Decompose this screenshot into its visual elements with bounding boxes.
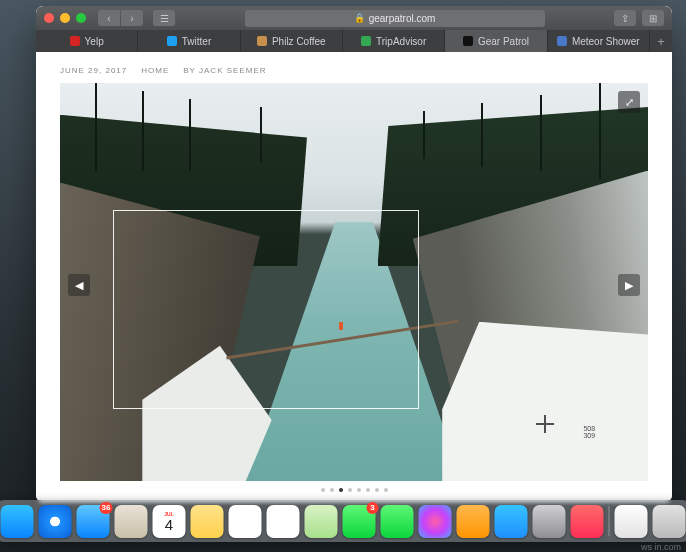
- dock-contacts-icon[interactable]: [115, 505, 148, 538]
- dock-photos-icon[interactable]: [267, 505, 300, 538]
- dock-calendar-icon[interactable]: JUL4: [153, 505, 186, 538]
- tab-favicon-icon: [167, 36, 177, 46]
- tab-favicon-icon: [257, 36, 267, 46]
- article-author[interactable]: JACK SEEMER: [199, 66, 266, 75]
- toolbar-right: ⇪ ⊞: [614, 10, 664, 26]
- badge: 3: [367, 502, 379, 514]
- dock-appstore-icon[interactable]: [495, 505, 528, 538]
- gallery-prev-button[interactable]: ◀: [68, 274, 90, 296]
- page-content: JUNE 29, 2017 HOME By JACK SEEMER ⤢ ◀ ▶: [36, 52, 672, 502]
- sidebar-toggle-button[interactable]: ☰: [153, 10, 175, 26]
- pagination-dot[interactable]: [366, 488, 370, 492]
- tab-gear-patrol[interactable]: Gear Patrol: [445, 30, 547, 52]
- pagination-dot[interactable]: [384, 488, 388, 492]
- address-text: gearpatrol.com: [369, 13, 436, 24]
- tab-label: Gear Patrol: [478, 36, 529, 47]
- dock-notes-icon[interactable]: [191, 505, 224, 538]
- address-bar[interactable]: 🔒 gearpatrol.com: [245, 10, 545, 27]
- tab-favicon-icon: [361, 36, 371, 46]
- minimize-window-button[interactable]: [60, 13, 70, 23]
- tab-meteor-shower[interactable]: Meteor Shower: [548, 30, 650, 52]
- tab-label: Meteor Shower: [572, 36, 640, 47]
- tab-philz-coffee[interactable]: Philz Coffee: [241, 30, 343, 52]
- tab-favicon-icon: [70, 36, 80, 46]
- dock-maps-icon[interactable]: [305, 505, 338, 538]
- dock-safari-icon[interactable]: [39, 505, 72, 538]
- screenshot-cursor-coords: 508 309: [583, 425, 595, 439]
- dock-divider: [609, 506, 610, 536]
- dock-trash-icon[interactable]: [653, 505, 686, 538]
- gallery-pagination: [60, 488, 648, 492]
- close-window-button[interactable]: [44, 13, 54, 23]
- pagination-dot[interactable]: [375, 488, 379, 492]
- article-byline: By JACK SEEMER: [183, 66, 266, 75]
- screenshot-crosshair-icon: [536, 415, 554, 433]
- dock-facetime-icon[interactable]: [381, 505, 414, 538]
- gallery-next-button[interactable]: ▶: [618, 274, 640, 296]
- article-date: JUNE 29, 2017: [60, 66, 127, 75]
- dock-finder-icon[interactable]: [1, 505, 34, 538]
- dock-news-icon[interactable]: [571, 505, 604, 538]
- back-button[interactable]: ‹: [98, 10, 120, 26]
- dock-preferences-icon[interactable]: [533, 505, 566, 538]
- safari-window: ‹ › ☰ 🔒 gearpatrol.com ⇪ ⊞ YelpTwitterPh…: [36, 6, 672, 502]
- dock-ibooks-icon[interactable]: [457, 505, 490, 538]
- hero-snow-right: [442, 322, 648, 481]
- dock: 36JUL43: [0, 500, 686, 542]
- tab-yelp[interactable]: Yelp: [36, 30, 138, 52]
- tab-twitter[interactable]: Twitter: [138, 30, 240, 52]
- tab-label: Yelp: [85, 36, 104, 47]
- tab-bar: YelpTwitterPhilz CoffeeTripAdvisorGear P…: [36, 30, 672, 52]
- hero-gallery: ⤢ ◀ ▶ 508 309: [60, 83, 648, 481]
- gallery-expand-button[interactable]: ⤢: [618, 91, 640, 113]
- pagination-dot[interactable]: [321, 488, 325, 492]
- article-category[interactable]: HOME: [141, 66, 169, 75]
- pagination-dot[interactable]: [348, 488, 352, 492]
- screenshot-selection-box[interactable]: [113, 210, 419, 409]
- dock-mail-icon[interactable]: 36: [77, 505, 110, 538]
- pagination-dot[interactable]: [330, 488, 334, 492]
- dock-messages-icon[interactable]: 3: [343, 505, 376, 538]
- tab-favicon-icon: [463, 36, 473, 46]
- badge: 36: [100, 502, 113, 514]
- pagination-dot[interactable]: [357, 488, 361, 492]
- tab-favicon-icon: [557, 36, 567, 46]
- tabs-overview-button[interactable]: ⊞: [642, 10, 664, 26]
- tab-label: Philz Coffee: [272, 36, 326, 47]
- address-bar-wrap: 🔒 gearpatrol.com: [181, 10, 608, 27]
- dock-document-icon[interactable]: [615, 505, 648, 538]
- forward-button[interactable]: ›: [121, 10, 143, 26]
- pagination-dot[interactable]: [339, 488, 343, 492]
- dock-reminders-icon[interactable]: [229, 505, 262, 538]
- tab-label: Twitter: [182, 36, 211, 47]
- watermark: ws in.com: [641, 542, 681, 552]
- dock-itunes-icon[interactable]: [419, 505, 452, 538]
- lock-icon: 🔒: [354, 13, 365, 23]
- article-meta: JUNE 29, 2017 HOME By JACK SEEMER: [60, 66, 648, 75]
- share-button[interactable]: ⇪: [614, 10, 636, 26]
- nav-back-forward: ‹ ›: [98, 10, 143, 26]
- traffic-lights: [44, 13, 86, 23]
- fullscreen-window-button[interactable]: [76, 13, 86, 23]
- cursor-y: 309: [583, 432, 595, 439]
- cursor-x: 508: [583, 425, 595, 432]
- tab-tripadvisor[interactable]: TripAdvisor: [343, 30, 445, 52]
- new-tab-button[interactable]: +: [650, 30, 672, 52]
- window-titlebar: ‹ › ☰ 🔒 gearpatrol.com ⇪ ⊞: [36, 6, 672, 30]
- tab-label: TripAdvisor: [376, 36, 426, 47]
